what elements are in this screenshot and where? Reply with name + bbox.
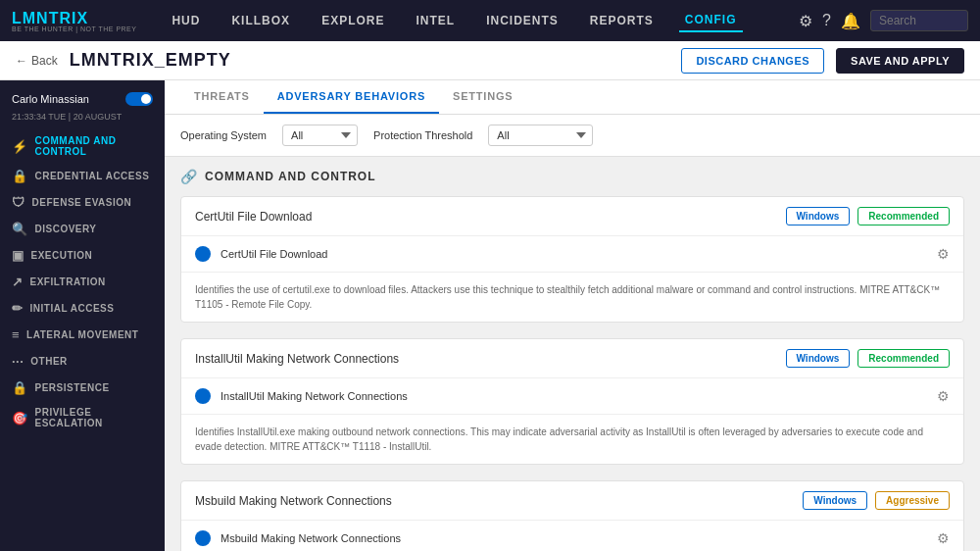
sidebar-label-discovery: DISCOVERY: [35, 224, 97, 234]
defense-evasion-icon: 🛡: [12, 195, 25, 210]
msbuild-tune-icon[interactable]: ⚙: [937, 530, 950, 546]
other-icon: ···: [12, 354, 24, 369]
discovery-icon: 🔍: [12, 222, 28, 236]
rule-card-certutil: CertUtil File Download Windows Recommend…: [180, 196, 964, 323]
nav-reports[interactable]: REPORTS: [584, 10, 660, 31]
initial-access-icon: ✏: [12, 301, 24, 316]
sidebar: Carlo Minassian 21:33:34 TUE | 20 AUGUST…: [0, 80, 165, 551]
filters-bar: Operating System All Windows Linux macOS…: [165, 115, 980, 157]
help-icon[interactable]: ?: [822, 12, 831, 29]
sidebar-item-credential-access[interactable]: 🔒 CREDENTIAL ACCESS: [0, 163, 165, 189]
rule-installutil-toggle-row: InstallUtil Making Network Connections ⚙: [181, 378, 963, 415]
nav-incidents[interactable]: INCIDENTS: [480, 10, 564, 31]
sidebar-item-initial-access[interactable]: ✏ INITIAL ACCESS: [0, 295, 165, 322]
sidebar-item-lateral-movement[interactable]: ≡ LATERAL MOVEMENT: [0, 322, 165, 348]
privilege-escalation-icon: 🎯: [12, 411, 28, 426]
tabs: THREATS ADVERSARY BEHAVIORS SETTINGS: [165, 80, 980, 115]
nav-icons: ⚙ ? 🔔: [799, 10, 968, 31]
back-arrow-icon: ←: [16, 54, 27, 68]
nav-hud[interactable]: HUD: [166, 10, 206, 31]
threshold-filter-select[interactable]: All Recommended Aggressive Cautious: [488, 125, 593, 146]
sidebar-user: Carlo Minassian: [0, 88, 165, 110]
certutil-toggle-label: CertUtil File Download: [220, 248, 927, 260]
rule-certutil-toggle-row: CertUtil File Download ⚙: [181, 236, 963, 273]
os-filter-select[interactable]: All Windows Linux macOS: [282, 125, 358, 146]
exfiltration-icon: ↗: [12, 275, 24, 289]
sidebar-item-exfiltration[interactable]: ↗ EXFILTRATION: [0, 269, 165, 295]
tab-adversary-behaviors[interactable]: ADVERSARY BEHAVIORS: [264, 80, 439, 114]
certutil-tune-icon[interactable]: ⚙: [937, 246, 950, 262]
sidebar-item-execution[interactable]: ▣ EXECUTION: [0, 242, 165, 269]
sidebar-item-defense-evasion[interactable]: 🛡 DEFENSE EVASION: [0, 189, 165, 216]
logo-tagline: BE THE HUNTER | NOT THE PREY: [12, 25, 136, 32]
layout: Carlo Minassian 21:33:34 TUE | 20 AUGUST…: [0, 80, 980, 551]
username: Carlo Minassian: [12, 93, 89, 105]
badge-installutil-windows: Windows: [786, 349, 851, 368]
back-label: Back: [31, 54, 58, 68]
sidebar-item-persistence[interactable]: 🔒 PERSISTENCE: [0, 375, 165, 401]
installutil-toggle-label: InstallUtil Making Network Connections: [220, 390, 927, 402]
rule-card-msbuild-header: Msbuild Making Network Connections Windo…: [181, 481, 963, 521]
rule-card-msbuild: Msbuild Making Network Connections Windo…: [180, 480, 964, 551]
nav-intel[interactable]: INTEL: [410, 10, 461, 31]
sidebar-label-credential-access: CREDENTIAL ACCESS: [35, 171, 150, 181]
sidebar-item-privilege-escalation[interactable]: 🎯 PRIVILEGE ESCALATION: [0, 401, 165, 434]
installutil-tune-icon[interactable]: ⚙: [937, 388, 950, 404]
execution-icon: ▣: [12, 248, 24, 263]
section-header: 🔗 COMMAND AND CONTROL: [180, 169, 964, 184]
rule-certutil-name: CertUtil File Download: [195, 210, 778, 224]
nav-explore[interactable]: EXPLORE: [316, 10, 390, 31]
sidebar-item-other[interactable]: ··· OTHER: [0, 348, 165, 375]
back-button[interactable]: ← Back: [16, 54, 58, 68]
badge-installutil-recommended: Recommended: [858, 349, 950, 368]
tab-threats[interactable]: THREATS: [180, 80, 264, 114]
sidebar-label-privilege-escalation: PRIVILEGE ESCALATION: [35, 407, 154, 428]
page-title: LMNTRIX_EMPTY: [70, 50, 231, 71]
badge-certutil-windows: Windows: [786, 207, 851, 225]
rule-card-installutil-header: InstallUtil Making Network Connections W…: [181, 339, 963, 378]
certutil-description: Identifies the use of certutil.exe to do…: [181, 273, 963, 322]
sidebar-item-command-control[interactable]: ⚡ COMMAND AND CONTROL: [0, 129, 165, 163]
msbuild-toggle[interactable]: [195, 530, 211, 546]
rule-card-installutil: InstallUtil Making Network Connections W…: [180, 338, 964, 465]
msbuild-toggle-label: Msbuild Making Network Connections: [220, 532, 927, 544]
settings-icon[interactable]: ⚙: [799, 12, 812, 30]
sidebar-datetime: 21:33:34 TUE | 20 AUGUST: [0, 112, 165, 122]
command-control-icon: ⚡: [12, 139, 28, 154]
section-title: COMMAND AND CONTROL: [205, 170, 376, 183]
os-filter-label: Operating System: [180, 129, 267, 141]
sidebar-label-other: OTHER: [30, 356, 68, 367]
threshold-filter-label: Protection Threshold: [373, 129, 472, 141]
rules-content: 🔗 COMMAND AND CONTROL CertUtil File Down…: [165, 157, 980, 551]
tab-settings[interactable]: SETTINGS: [439, 80, 526, 114]
installutil-description: Identifies InstallUtil.exe making outbou…: [181, 415, 963, 464]
sidebar-label-execution: EXECUTION: [31, 250, 93, 261]
badge-msbuild-aggressive: Aggressive: [875, 491, 950, 510]
sidebar-label-exfiltration: EXFILTRATION: [30, 276, 106, 287]
notifications-icon[interactable]: 🔔: [841, 12, 860, 30]
lateral-movement-icon: ≡: [12, 327, 20, 342]
discard-changes-button[interactable]: DISCARD CHANGES: [681, 48, 824, 74]
sidebar-item-discovery[interactable]: 🔍 DISCOVERY: [0, 216, 165, 242]
sidebar-label-initial-access: INITIAL ACCESS: [30, 303, 115, 314]
credential-access-icon: 🔒: [12, 169, 28, 183]
sidebar-label-command-control: COMMAND AND CONTROL: [35, 135, 154, 157]
subheader: ← Back LMNTRIX_EMPTY DISCARD CHANGES SAV…: [0, 41, 980, 80]
sidebar-label-persistence: PERSISTENCE: [35, 382, 110, 393]
nav-config[interactable]: CONFIG: [679, 9, 743, 32]
installutil-toggle[interactable]: [195, 388, 211, 404]
persistence-icon: 🔒: [12, 380, 28, 395]
rule-installutil-name: InstallUtil Making Network Connections: [195, 352, 778, 366]
sidebar-label-lateral-movement: LATERAL MOVEMENT: [26, 329, 138, 340]
badge-certutil-recommended: Recommended: [858, 207, 950, 225]
nav-killbox[interactable]: KILLBOX: [225, 10, 296, 31]
search-input[interactable]: [870, 10, 968, 31]
save-apply-button[interactable]: SAVE AND APPLY: [836, 48, 964, 74]
top-navigation: LMNTRIX BE THE HUNTER | NOT THE PREY HUD…: [0, 0, 980, 41]
rule-msbuild-toggle-row: Msbuild Making Network Connections ⚙: [181, 521, 963, 551]
certutil-toggle[interactable]: [195, 246, 211, 262]
main-content: THREATS ADVERSARY BEHAVIORS SETTINGS Ope…: [165, 80, 980, 551]
logo: LMNTRIX BE THE HUNTER | NOT THE PREY: [12, 10, 136, 32]
link-icon: 🔗: [180, 169, 197, 184]
user-toggle[interactable]: [125, 92, 153, 106]
